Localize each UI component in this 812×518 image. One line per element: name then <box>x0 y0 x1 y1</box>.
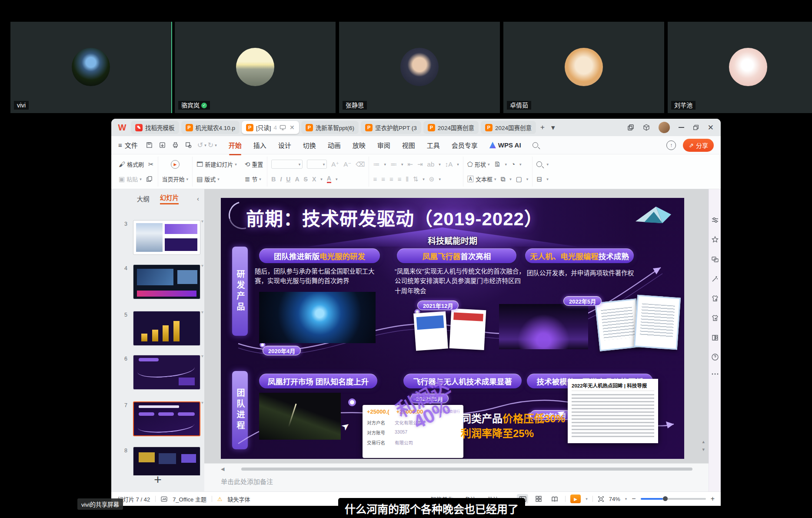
arrange-icon[interactable]: ⧉ <box>500 176 505 182</box>
doc-tab-active[interactable]: P [只读]4 ✕ <box>242 121 299 134</box>
tab-tools[interactable]: 工具 <box>426 139 440 151</box>
new-tab-button[interactable]: + <box>538 123 547 132</box>
participant-tile-3[interactable]: 张静思 <box>339 22 500 113</box>
slides-tab[interactable]: 幻灯片 <box>160 193 179 204</box>
increase-font-icon[interactable]: A⁺ <box>331 161 339 167</box>
line-spacing-icon[interactable]: ⇅ <box>413 176 419 182</box>
share-button[interactable]: ⇗分享 <box>683 139 714 152</box>
layout-button[interactable]: ▤版式▾ <box>196 175 220 183</box>
participant-tile-4[interactable]: 卓倩茹 <box>503 22 664 113</box>
tab-design[interactable]: 设计 <box>278 139 292 151</box>
font-size-input[interactable]: ▾ <box>307 160 327 169</box>
decrease-font-icon[interactable]: A⁻ <box>343 161 351 167</box>
theme-name[interactable]: 7_Office 主题 <box>173 495 206 503</box>
slideshow-play-button[interactable]: ▶ <box>570 495 581 503</box>
slide-thumbnail-4[interactable]: 4 ▾ <box>111 264 204 301</box>
animation-effects-icon[interactable] <box>711 236 719 244</box>
outline-tab[interactable]: 大纲 <box>137 194 150 203</box>
doc-tab-docer[interactable]: ✎找稻壳模板 <box>131 121 179 134</box>
horizontal-scrollbar[interactable] <box>241 468 692 471</box>
slide-thumbnail-8[interactable]: 8 <box>111 447 204 475</box>
decrease-indent-icon[interactable]: ⇤ <box>407 161 413 167</box>
cube-apps-icon[interactable] <box>643 124 650 131</box>
missing-font-warning[interactable]: 缺失字体 <box>228 495 250 503</box>
tab-transition[interactable]: 切换 <box>303 139 316 151</box>
print-icon[interactable] <box>172 141 179 149</box>
font-name-input[interactable]: ▾ <box>271 160 303 169</box>
tab-animation[interactable]: 动画 <box>327 139 341 151</box>
align-left-icon[interactable]: ≡ <box>373 176 377 182</box>
format-painter-button[interactable]: 🖌格式刷 <box>119 160 144 168</box>
slide-sorter-button[interactable] <box>533 494 544 504</box>
zoom-level[interactable]: 74% <box>609 496 620 502</box>
tab-home[interactable]: 开始 <box>228 139 242 151</box>
new-slide-button[interactable]: 🗔新建幻灯片▾ <box>196 160 237 168</box>
slide-thumbnail-5[interactable]: 5 ▾ <box>111 311 204 348</box>
notes-placeholder[interactable]: 单击此处添加备注 <box>221 477 273 486</box>
file-menu[interactable]: ≡文件 <box>118 140 138 150</box>
participant-tile-2[interactable]: 骆宾岚✓ <box>175 22 336 113</box>
magic-beautify-icon[interactable] <box>711 275 719 283</box>
justify-icon[interactable]: ≡ <box>398 176 402 182</box>
participant-tile-vivi[interactable]: vivi <box>10 22 171 113</box>
zoom-out-button[interactable]: − <box>632 495 636 503</box>
tab-list-caret-icon[interactable]: ▾ <box>549 123 557 132</box>
bold-button[interactable]: B <box>271 176 276 183</box>
scroll-up-icon[interactable]: ▴ <box>702 439 705 444</box>
close-window-button[interactable]: ✕ <box>708 123 714 132</box>
outline-style-icon[interactable]: ▢ <box>516 176 522 182</box>
doc-tab-3[interactable]: P洗新革智ppt(6) <box>301 121 359 134</box>
account-avatar[interactable] <box>659 122 670 133</box>
bullets-icon[interactable]: ≔ <box>373 161 379 167</box>
add-slide-button[interactable]: + <box>154 473 162 486</box>
shapes-button[interactable]: ⬠形状▾ <box>467 160 490 168</box>
doc-tab-4[interactable]: P坚衣护航PPT (3 <box>361 121 421 134</box>
wps-home-button[interactable]: W <box>116 121 129 134</box>
picture-icon[interactable]: 🖻 <box>494 161 500 167</box>
reset-button[interactable]: ⟲重置 <box>245 160 263 168</box>
numbering-icon[interactable]: ≕ <box>390 161 397 167</box>
search-icon[interactable] <box>532 142 538 148</box>
section-button[interactable]: ≣节▾ <box>245 175 261 183</box>
save-icon[interactable] <box>146 141 153 149</box>
columns-icon[interactable]: ⫴ <box>406 176 408 182</box>
tab-slideshow[interactable]: 放映 <box>352 139 366 151</box>
material-library-icon[interactable] <box>711 314 719 322</box>
doc-tab-6[interactable]: P2024国赛创意 <box>481 121 536 134</box>
play-from-start-button[interactable]: ▶ <box>171 160 180 169</box>
zoom-slider[interactable] <box>641 498 706 500</box>
select-pane-icon[interactable]: ⊟ <box>537 176 542 182</box>
scroll-down-icon[interactable]: ▾ <box>702 447 705 452</box>
textbox-button[interactable]: 🄰文本框▾ <box>467 175 496 183</box>
tab-review[interactable]: 审阅 <box>377 139 391 151</box>
line-sort-icon[interactable]: ↕A <box>445 161 453 167</box>
reading-view-button[interactable] <box>549 494 560 504</box>
object-properties-icon[interactable] <box>711 216 719 224</box>
play-options-caret-icon[interactable]: ▾ <box>586 497 588 501</box>
align-center-icon[interactable]: ≡ <box>381 176 385 182</box>
output-icon[interactable] <box>159 141 166 149</box>
slide-canvas[interactable]: 前期：技术研发驱动（2019-2022） 科技赋能时期 研发产品 团队进程 <box>204 189 709 463</box>
upload-cloud-icon[interactable]: ↑ <box>666 140 676 150</box>
redo-icon[interactable]: ↻ <box>208 141 213 149</box>
collapse-panel-icon[interactable]: ‹ <box>197 195 199 202</box>
minimize-button[interactable] <box>679 127 684 128</box>
find-reference-icon[interactable] <box>711 334 719 341</box>
tab-member[interactable]: 会员专享 <box>451 139 478 151</box>
doc-tab-1[interactable]: P机光赋农4.10.p <box>181 121 240 134</box>
strikethrough-button[interactable]: S <box>304 176 308 183</box>
undo-icon[interactable]: ↺ <box>197 141 203 149</box>
clear-format-icon[interactable]: ⌫ <box>356 161 365 167</box>
fit-slide-icon[interactable] <box>598 496 604 502</box>
shadow-button[interactable]: A <box>295 176 299 183</box>
help-icon[interactable] <box>711 353 719 361</box>
tab-view[interactable]: 视图 <box>402 139 416 151</box>
zoom-slider-knob[interactable] <box>663 496 668 501</box>
zoom-caret-icon[interactable]: ▾ <box>625 497 627 501</box>
find-replace-icon[interactable] <box>536 161 542 167</box>
align-right-icon[interactable]: ≡ <box>389 176 393 182</box>
slide-thumbnail-7-current[interactable]: 7 ▾ <box>111 401 204 438</box>
doc-tab-5[interactable]: P2024国赛创意 <box>423 121 479 134</box>
slide-thumbnail-6[interactable]: 6 ▾ <box>111 355 204 391</box>
from-current-slide-button[interactable]: 当页开始▾ <box>162 175 189 183</box>
